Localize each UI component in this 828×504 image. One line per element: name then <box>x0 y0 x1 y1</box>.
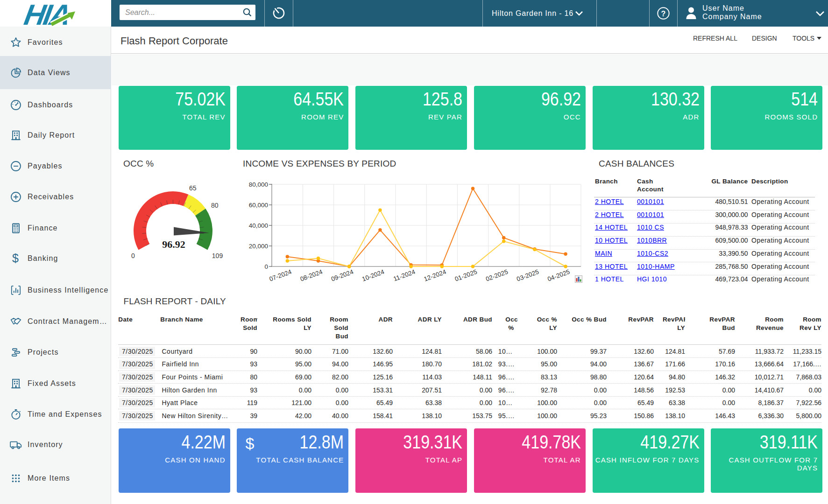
svg-text:65: 65 <box>189 184 197 192</box>
svg-text:01-2025: 01-2025 <box>454 268 478 283</box>
svg-text:80: 80 <box>211 202 219 209</box>
svg-text:07-2024: 07-2024 <box>269 268 293 283</box>
svg-text:02-2025: 02-2025 <box>485 268 509 283</box>
svg-text:96.92: 96.92 <box>162 238 185 250</box>
svg-text:109: 109 <box>212 252 223 259</box>
svg-text:12-2024: 12-2024 <box>423 268 447 283</box>
svg-text:03-2025: 03-2025 <box>516 268 540 283</box>
svg-text:11-2024: 11-2024 <box>392 268 416 283</box>
svg-text:?: ? <box>661 10 666 18</box>
svg-text:04-2025: 04-2025 <box>546 268 571 283</box>
svg-text:60,000: 60,000 <box>249 202 268 209</box>
svg-text:10-2024: 10-2024 <box>361 268 385 283</box>
svg-text:08-2024: 08-2024 <box>299 268 324 283</box>
svg-text:20,000: 20,000 <box>249 243 268 250</box>
svg-text:HIA: HIA <box>22 1 72 27</box>
svg-text:09-2024: 09-2024 <box>330 268 354 283</box>
svg-text:40,000: 40,000 <box>249 222 268 229</box>
svg-text:80,000: 80,000 <box>249 181 268 188</box>
svg-text:0: 0 <box>131 252 135 259</box>
svg-text:0: 0 <box>264 263 268 270</box>
